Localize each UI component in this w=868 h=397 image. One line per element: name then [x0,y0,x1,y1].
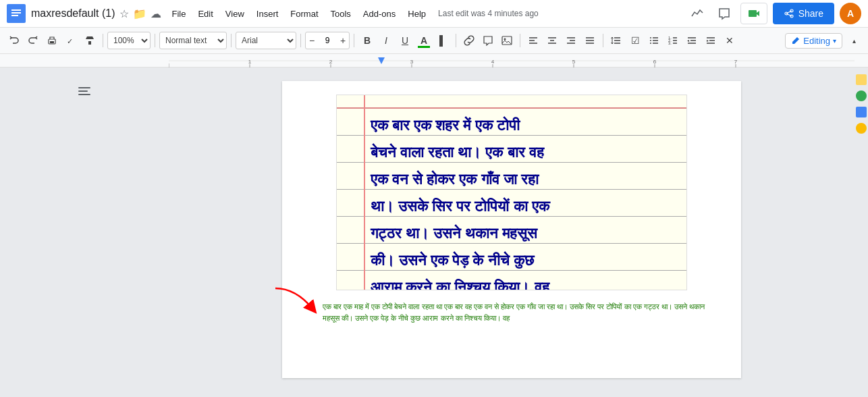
svg-rect-3 [11,15,18,16]
numbered-list-button[interactable]: 1.2.3. [664,32,682,49]
text-color-button[interactable]: A [415,32,433,49]
chevron-down-icon: ▾ [833,37,836,45]
svg-text:4: 4 [491,59,495,65]
comment-button[interactable] [479,32,497,49]
svg-rect-6 [50,41,54,43]
image-button[interactable] [498,32,516,49]
star-icon[interactable]: ☆ [119,7,129,20]
separator-7 [520,34,520,47]
user-avatar[interactable]: A [840,3,861,24]
svg-point-27 [650,40,651,41]
handwritten-image: एक बार एक शहर में एक टोपी बेचने वाला रहत… [336,95,687,290]
svg-text:2: 2 [329,59,333,65]
sidebar-right [855,68,868,397]
ruler: 1 2 3 4 5 6 7 [0,54,868,68]
italic-button[interactable]: I [377,32,395,49]
undo-button[interactable] [5,32,23,49]
align-justify-button[interactable] [581,32,599,49]
margin-line [364,95,365,290]
cloud-icon[interactable]: ☁ [151,7,161,20]
separator-1 [103,34,103,47]
style-select[interactable]: Normal text [159,32,227,49]
menu-addons[interactable]: Add-ons [358,7,401,20]
separator-6 [456,34,456,47]
menu-insert[interactable]: Insert [251,7,284,20]
align-left-button[interactable] [524,32,542,49]
redo-button[interactable] [24,32,42,49]
sidebar-right-yellow[interactable] [856,74,867,85]
font-size-increase[interactable]: + [337,32,349,49]
print-button[interactable] [43,32,61,49]
comments-icon[interactable] [713,3,735,24]
bold-button[interactable]: B [358,32,376,49]
svg-rect-2 [11,12,21,14]
align-center-button[interactable] [543,32,561,49]
svg-text:7: 7 [734,59,738,65]
collapse-button[interactable]: ▴ [845,32,863,49]
separator-8 [603,34,603,47]
svg-rect-1 [11,9,21,11]
editing-mode-label: Editing [803,36,830,46]
sidebar-right-green2[interactable] [856,123,867,134]
toolbar: ✓ 100% Normal text Arial − + B I U A ▌ [0,27,868,54]
arrow-indicator [269,285,323,321]
spellcheck-button[interactable]: ✓ [62,32,80,49]
editing-mode-button[interactable]: Editing ▾ [785,33,842,49]
line-spacing-button[interactable] [607,32,625,49]
menu-edit[interactable]: Edit [192,7,218,20]
separator-2 [155,34,155,47]
sidebar-left [0,68,169,397]
outline-icon[interactable] [74,81,95,103]
toolbar-right: Editing ▾ ▴ [785,32,863,49]
menu-view[interactable]: View [220,7,250,20]
ruler-inner: 1 2 3 4 5 6 7 [169,54,855,67]
last-edit-label: Last edit was 4 minutes ago [438,9,539,18]
clear-format-button[interactable]: ✕ [721,32,738,49]
menu-file[interactable]: File [167,7,192,20]
separator-5 [354,34,354,47]
paint-format-button[interactable] [81,32,99,49]
svg-rect-61 [78,87,90,88]
main-content: एक बार एक शहर में एक टोपी बेचने वाला रहत… [0,68,868,397]
font-size-area: − + [305,32,350,49]
menu-format[interactable]: Format [285,7,323,20]
separator-4 [300,34,301,47]
zoom-select[interactable]: 100% [107,32,151,49]
doc-area[interactable]: एक बार एक शहर में एक टोपी बेचने वाला रहत… [169,68,855,397]
indent-more-button[interactable] [702,32,720,49]
svg-point-28 [650,43,651,44]
svg-point-26 [650,37,651,38]
sidebar-right-blue[interactable] [856,107,867,117]
font-size-decrease[interactable]: − [306,32,318,49]
folder-icon[interactable]: 📁 [133,7,146,20]
svg-point-10 [504,38,506,41]
checklist-button[interactable]: ☑ [626,32,644,49]
svg-rect-8 [88,41,91,45]
svg-rect-62 [78,90,88,92]
menu-bar: File Edit View Insert Format Tools Add-o… [167,7,681,20]
menu-help[interactable]: Help [402,7,431,20]
highlight-button[interactable]: ▌ [434,32,452,49]
font-size-input[interactable] [318,36,337,45]
meet-button[interactable] [740,3,767,24]
menu-tools[interactable]: Tools [325,7,356,20]
extracted-text: एक बार एक माह में एक टोपी बेचने वाला रहत… [323,301,714,323]
align-right-button[interactable] [562,32,580,49]
title-row: maxresdefault (1) ☆ 📁 ☁ [31,7,161,20]
document-title[interactable]: maxresdefault (1) [31,7,115,20]
svg-text:1: 1 [248,59,252,65]
separator-3 [231,34,232,47]
font-select[interactable]: Arial [236,32,296,49]
svg-text:5: 5 [572,59,576,65]
title-bar: maxresdefault (1) ☆ 📁 ☁ File Edit View I… [0,0,868,27]
share-button[interactable]: Share [773,3,834,24]
docs-icon [7,4,26,23]
svg-text:✓: ✓ [67,37,73,45]
explore-icon[interactable] [686,3,708,24]
bullet-list-button[interactable] [645,32,663,49]
indent-less-button[interactable] [683,32,701,49]
link-button[interactable] [460,32,478,49]
doc-page: एक बार एक शहर में एक टोपी बेचने वाला रहत… [282,81,741,378]
underline-button[interactable]: U [396,32,414,49]
sidebar-right-green[interactable] [856,90,867,101]
